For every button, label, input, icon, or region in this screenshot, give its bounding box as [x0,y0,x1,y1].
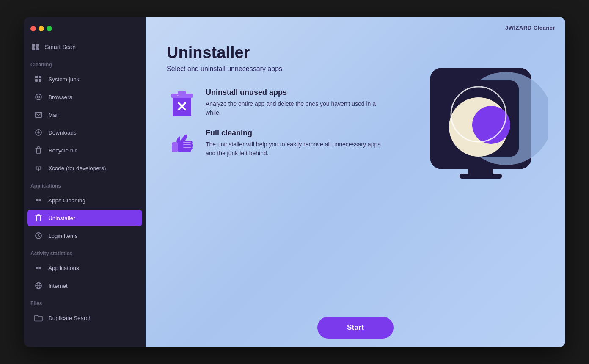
sidebar-item-system-junk[interactable]: System junk [27,71,142,88]
maximize-button[interactable] [47,26,52,31]
bottom-bar: Start [146,308,565,347]
grid-icon [34,74,43,84]
feature-text-full-cleaning: Full cleaning The uninstaller will help … [206,129,383,158]
trash-feature-icon [167,88,197,119]
minimize-button[interactable] [39,26,44,31]
sidebar-item-mail[interactable]: Mail [27,106,142,123]
traffic-lights [30,26,52,31]
sidebar-item-duplicate-search[interactable]: Duplicate Search [27,309,142,326]
titlebar [24,17,146,38]
svg-rect-2 [32,47,35,50]
stat-applications-label: Applications [48,265,79,271]
svg-rect-0 [32,44,35,47]
sidebar-item-browsers[interactable]: Browsers [27,88,142,105]
internet-label: Internet [48,283,68,289]
smart-scan-label: Smart Scan [45,44,76,50]
feature-cards: Uninstall unused apps Analyze the entire… [167,88,404,159]
svg-rect-3 [36,47,39,50]
svg-rect-25 [172,142,178,152]
feature-desc-full-cleaning: The uninstaller will help you to easily … [206,140,383,158]
duplicate-search-label: Duplicate Search [48,315,92,321]
mail-label: Mail [48,112,59,118]
sidebar-item-uninstaller[interactable]: Uninstaller [27,210,142,226]
sidebar-item-smart-scan[interactable]: Smart Scan [24,38,146,56]
sidebar-item-downloads[interactable]: Downloads [27,124,142,141]
hero-illustration [413,42,548,186]
svg-rect-5 [39,76,41,78]
feature-title-full-cleaning: Full cleaning [206,129,383,138]
sidebar-item-xcode[interactable]: Xcode (for developers) [27,160,142,176]
recycle-bin-icon [34,146,43,155]
browsers-label: Browsers [48,94,72,100]
login-items-icon [34,231,43,240]
download-icon [34,128,43,137]
svg-point-17 [38,267,40,269]
svg-rect-4 [35,76,38,78]
apps-cleaning-label: Apps Cleaning [48,197,85,204]
stat-apps-icon [34,263,43,273]
apps-cleaning-icon [34,196,43,205]
browsers-icon [34,92,43,102]
svg-rect-24 [177,95,179,96]
svg-rect-9 [35,112,42,117]
section-header-files: Files [24,295,146,309]
sidebar-item-internet[interactable]: Internet [27,277,142,294]
section-header-activity: Activity statistics [24,245,146,259]
top-bar: JWIZARD Cleaner [146,17,565,31]
sidebar-item-recycle-bin[interactable]: Recycle bin [27,142,142,159]
sidebar-item-apps-cleaning[interactable]: Apps Cleaning [27,192,142,209]
sidebar-item-login-items[interactable]: Login Items [27,227,142,244]
svg-rect-6 [35,79,38,82]
section-header-cleaning: Cleaning [24,56,146,70]
recycle-bin-label: Recycle bin [48,147,78,154]
globe-icon [34,281,43,290]
feature-text-uninstall: Uninstall unused apps Analyze the entire… [206,88,383,117]
login-items-label: Login Items [48,233,78,239]
app-title: JWIZARD Cleaner [505,25,555,31]
uninstaller-icon [34,213,43,223]
svg-point-13 [38,199,40,201]
system-junk-label: System junk [48,76,80,83]
smart-scan-icon [30,42,40,52]
downloads-label: Downloads [48,130,77,136]
thumbs-feature-icon [167,129,197,159]
svg-rect-1 [36,44,39,47]
folder-icon [34,313,43,323]
start-button[interactable]: Start [317,317,394,339]
svg-rect-23 [178,91,186,94]
close-button[interactable] [30,26,36,31]
feature-title-uninstall: Uninstall unused apps [206,88,383,97]
code-icon [34,163,43,173]
xcode-label: Xcode (for developers) [48,165,106,171]
sidebar-item-stat-applications[interactable]: Applications [27,259,142,276]
section-header-applications: Applications [24,177,146,191]
sidebar: Smart Scan Cleaning System junk [24,17,146,347]
svg-rect-30 [460,174,502,179]
feature-card-uninstall: Uninstall unused apps Analyze the entire… [167,88,404,119]
feature-desc-uninstall: Analyze the entire app and delete the on… [206,99,383,117]
main-content: JWIZARD Cleaner Uninstaller Select and u… [146,17,565,347]
uninstaller-label: Uninstaller [48,215,75,221]
mail-icon [34,110,43,119]
feature-card-full-cleaning: Full cleaning The uninstaller will help … [167,129,404,159]
svg-rect-7 [39,79,41,82]
